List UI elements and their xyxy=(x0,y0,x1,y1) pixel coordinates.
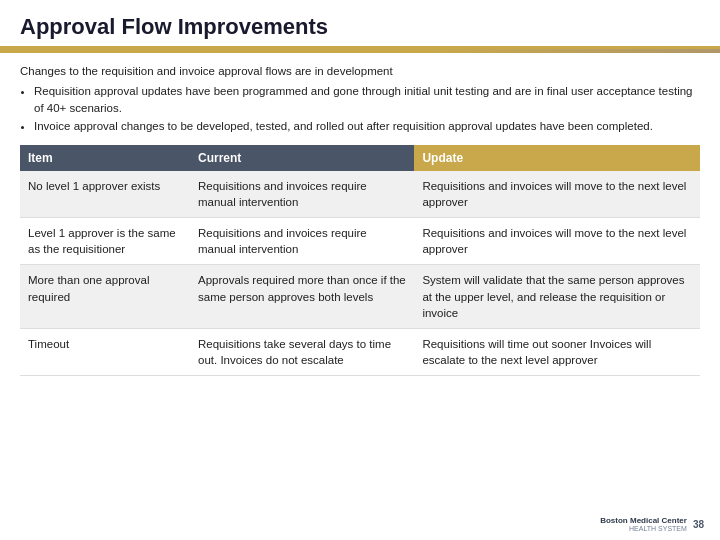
slide-footer: Boston Medical Center HEALTH SYSTEM 38 xyxy=(600,516,704,532)
intro-line1: Changes to the requisition and invoice a… xyxy=(20,63,700,79)
row1-current: Requisitions and invoices require manual… xyxy=(190,171,414,218)
row2-current: Requisitions and invoices require manual… xyxy=(190,218,414,265)
row4-current: Requisitions take several days to time o… xyxy=(190,328,414,375)
table-row: No level 1 approver exists Requisitions … xyxy=(20,171,700,218)
row3-update: System will validate that the same perso… xyxy=(414,265,700,328)
slide-header: Approval Flow Improvements xyxy=(0,0,720,49)
row1-update: Requisitions and invoices will move to t… xyxy=(414,171,700,218)
slide-content: Changes to the requisition and invoice a… xyxy=(0,53,720,384)
col-header-update: Update xyxy=(414,145,700,171)
bullet-1: Requisition approval updates have been p… xyxy=(34,83,700,116)
col-header-item: Item xyxy=(20,145,190,171)
row4-item: Timeout xyxy=(20,328,190,375)
table-row: More than one approval required Approval… xyxy=(20,265,700,328)
logo-name: Boston Medical Center xyxy=(600,516,687,525)
row2-update: Requisitions and invoices will move to t… xyxy=(414,218,700,265)
page-number: 38 xyxy=(693,519,704,530)
slide-title: Approval Flow Improvements xyxy=(20,14,700,40)
row3-current: Approvals required more than once if the… xyxy=(190,265,414,328)
row2-item: Level 1 approver is the same as the requ… xyxy=(20,218,190,265)
table-body: No level 1 approver exists Requisitions … xyxy=(20,171,700,375)
row4-update: Requisitions will time out sooner Invoic… xyxy=(414,328,700,375)
row3-item: More than one approval required xyxy=(20,265,190,328)
logo-block: Boston Medical Center HEALTH SYSTEM xyxy=(600,516,687,532)
logo-sub: HEALTH SYSTEM xyxy=(600,525,687,532)
table-header: Item Current Update xyxy=(20,145,700,171)
approval-table: Item Current Update No level 1 approver … xyxy=(20,145,700,376)
intro-bullets: Requisition approval updates have been p… xyxy=(34,83,700,135)
header-row: Item Current Update xyxy=(20,145,700,171)
col-header-current: Current xyxy=(190,145,414,171)
row1-item: No level 1 approver exists xyxy=(20,171,190,218)
table-row: Timeout Requisitions take several days t… xyxy=(20,328,700,375)
bullet-2: Invoice approval changes to be developed… xyxy=(34,118,700,135)
slide: Approval Flow Improvements Changes to th… xyxy=(0,0,720,540)
table-row: Level 1 approver is the same as the requ… xyxy=(20,218,700,265)
